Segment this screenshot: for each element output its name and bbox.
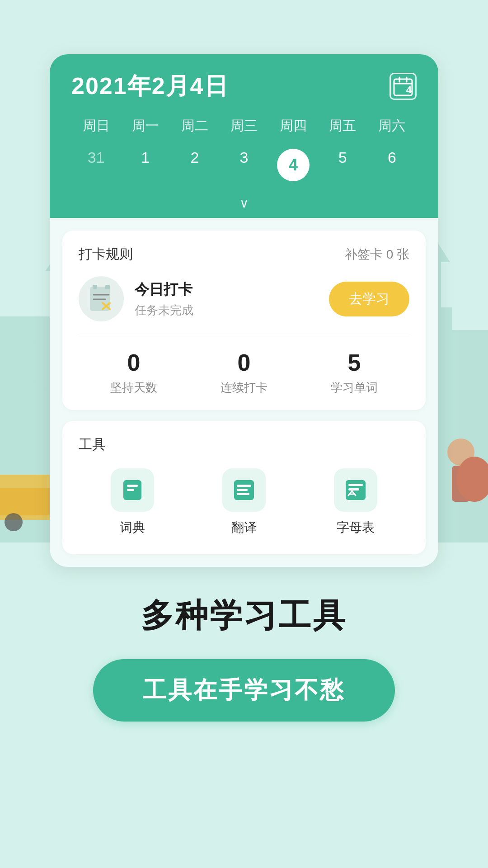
date-3[interactable]: 3: [219, 143, 268, 187]
svg-rect-28: [105, 285, 110, 289]
checkin-subtitle: 任务未完成: [135, 302, 193, 318]
weekday-sun: 周日: [71, 113, 121, 139]
alphabet-icon-wrap: [334, 468, 377, 512]
svg-rect-27: [93, 285, 97, 289]
svg-rect-42: [348, 488, 359, 491]
date-31[interactable]: 31: [71, 143, 121, 187]
stat-consecutive-number: 0: [238, 349, 251, 376]
tools-section: 工具 词典: [62, 421, 426, 554]
weekday-mon: 周一: [121, 113, 170, 139]
alphabet-label: 字母表: [337, 519, 375, 536]
svg-point-21: [456, 457, 488, 502]
calendar-icon[interactable]: 4: [389, 73, 417, 100]
tool-alphabet[interactable]: 字母表: [302, 468, 409, 536]
weekday-thu: 周四: [269, 113, 318, 139]
bottom-section: 多种学习工具 工具在手学习不愁: [0, 594, 488, 758]
svg-rect-10: [447, 330, 488, 542]
date-1[interactable]: 1: [121, 143, 170, 187]
stat-words-label: 学习单词: [331, 380, 378, 396]
tool-translate[interactable]: 翻译: [190, 468, 297, 536]
calendar-expand[interactable]: ∨: [71, 191, 417, 218]
checkin-card: 打卡规则 补签卡 0 张: [62, 231, 426, 410]
translate-icon: [232, 478, 256, 502]
stat-consecutive: 0 连续打卡: [189, 349, 299, 396]
checkin-text-wrap: 今日打卡 任务未完成: [135, 280, 193, 318]
supplement-label: 补签卡 0 张: [345, 246, 409, 263]
svg-rect-38: [237, 489, 248, 491]
date-4-active[interactable]: 4: [269, 143, 318, 187]
svg-rect-37: [237, 485, 251, 487]
stat-consecutive-label: 连续打卡: [221, 380, 267, 396]
svg-rect-39: [237, 493, 249, 495]
tools-title: 工具: [79, 435, 409, 454]
calendar-header: 2021年2月4日 4 周日 周一 周二 周三 周四 周五 周六 31 1: [50, 54, 438, 218]
svg-rect-41: [348, 484, 363, 486]
tool-dictionary[interactable]: 词典: [79, 468, 186, 536]
svg-point-17: [5, 513, 23, 531]
svg-rect-20: [452, 466, 470, 502]
cta-button[interactable]: 工具在手学习不愁: [93, 659, 395, 722]
main-headline: 多种学习工具: [141, 594, 347, 637]
calendar-title: 2021年2月4日: [71, 71, 229, 102]
date-2[interactable]: 2: [170, 143, 219, 187]
weekday-sat: 周六: [367, 113, 417, 139]
svg-rect-1: [0, 316, 50, 542]
alphabet-icon: [344, 478, 367, 502]
dates-row: 31 1 2 3 4 5 6: [71, 143, 417, 191]
svg-point-19: [447, 439, 474, 466]
stat-words-number: 5: [348, 349, 361, 376]
chevron-down-icon: ∨: [239, 196, 249, 210]
calendar-icon-number: 4: [406, 84, 412, 96]
stat-words: 5 学习单词: [299, 349, 409, 396]
rules-label[interactable]: 打卡规则: [79, 245, 133, 264]
translate-icon-wrap: [222, 468, 266, 512]
date-5[interactable]: 5: [318, 143, 367, 187]
svg-rect-35: [127, 489, 134, 491]
svg-rect-34: [127, 485, 138, 487]
checkin-icon-wrap: [79, 276, 124, 321]
tools-grid: 词典 翻译: [79, 468, 409, 536]
weekday-wed: 周三: [219, 113, 268, 139]
study-button[interactable]: 去学习: [329, 282, 409, 316]
dictionary-icon-wrap: [111, 468, 154, 512]
weekday-tue: 周二: [170, 113, 219, 139]
stat-persist-days: 0 坚持天数: [79, 349, 189, 396]
date-6[interactable]: 6: [367, 143, 417, 187]
dictionary-label: 词典: [120, 519, 145, 536]
checkin-title: 今日打卡: [135, 280, 193, 300]
weekday-fri: 周五: [318, 113, 367, 139]
phone-card: 2021年2月4日 4 周日 周一 周二 周三 周四 周五 周六 31 1: [50, 54, 438, 567]
translate-label: 翻译: [231, 519, 257, 536]
stat-persist-number: 0: [127, 349, 141, 376]
weekdays-row: 周日 周一 周二 周三 周四 周五 周六: [71, 113, 417, 139]
dictionary-icon: [121, 478, 144, 502]
stats-row: 0 坚持天数 0 连续打卡 5 学习单词: [79, 336, 409, 396]
checkin-left: 今日打卡 任务未完成: [79, 276, 193, 321]
stat-persist-label: 坚持天数: [110, 380, 157, 396]
